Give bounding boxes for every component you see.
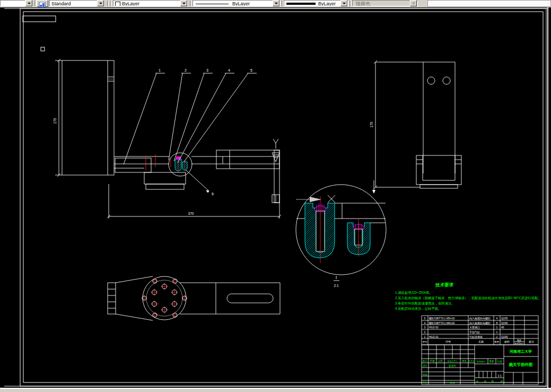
notes-line: 4.装配后转动灵活，运转平稳。 (395, 307, 441, 311)
bom-row-qty: 8 (496, 321, 498, 325)
roughness-symbol (273, 139, 278, 149)
tb-label-sign: 签名 (462, 360, 467, 362)
bom-row-qty: 1 (496, 326, 498, 329)
linetype-preview-icon (196, 4, 229, 4)
datum-triangle-symbol (272, 153, 279, 162)
lineweight-combo[interactable]: ByLayer (284, 0, 348, 6)
bom-header-code: 代号 (445, 340, 451, 343)
top-toolbar: Standard ByLayer ByLayer ByLayer 随颜色 (0, 0, 551, 7)
balloon-2: 2 (185, 68, 187, 72)
bom-header-qty: 数量 (495, 341, 499, 343)
notes-line: 3.各密封件装配前须浸透油，保持清洁。 (395, 301, 454, 306)
linetype-combo[interactable]: ByLayer (193, 0, 281, 6)
canvas-marker-box (41, 47, 45, 51)
toolbar-separator (190, 1, 192, 6)
plotstyle-combo-arrow-icon (410, 0, 417, 6)
lineweight-combo-value: ByLayer (318, 1, 336, 6)
balloon-leaders (124, 73, 257, 164)
toolbar-separator (110, 1, 112, 6)
style-combo[interactable]: Standard (49, 0, 104, 6)
tb-label-date: 年月日 (468, 360, 474, 362)
bom-row-no: 4 (424, 321, 426, 325)
tb-label-craft: 工艺 (423, 381, 428, 384)
front-view: 170 370 1 2 3 4 5 6 (53, 59, 281, 219)
color-combo-arrow-icon[interactable] (180, 0, 187, 6)
detail-scale: 2:1 (334, 284, 338, 288)
bom-row-name: 气缸连接座 (469, 335, 483, 338)
border-corner-box (23, 16, 56, 22)
color-combo[interactable]: ByLayer (113, 0, 188, 6)
tb-label-page: 张 (501, 380, 503, 384)
tb-label-approve: 批准 (450, 381, 456, 384)
tb-label-page-no: 第 (492, 380, 494, 383)
bom-row-code: 螺钉GB/T70.1 M6×20 (429, 321, 454, 325)
balloon-1: 1 (159, 68, 161, 72)
drawing-canvas[interactable]: 170 370 1 2 3 4 5 6 (0, 7, 551, 388)
bom-row-name: 大臂接口 (469, 326, 480, 329)
bom-header-weight: 重量 (517, 339, 521, 342)
lineweight-combo-arrow-icon[interactable] (340, 0, 347, 6)
tb-label-audit: 审核 (423, 373, 428, 376)
tb-label-zone: 分区 (438, 359, 443, 362)
bom-table: 序号 代号 名称 数量 材料 重量 单件 总计 备注 5 螺钉GB/T70.1 … (422, 316, 538, 345)
style-combo-value: Standard (51, 1, 71, 6)
side-view: 170 (370, 60, 461, 189)
bom-row-qty: 1 (496, 330, 498, 334)
paper-border (4, 7, 548, 388)
text-style-button[interactable] (37, 0, 48, 7)
linetype-combo-value: ByLayer (232, 1, 250, 6)
balloon-6: 6 (212, 192, 214, 196)
bom-row-code: 螺钉GB/T70.1 M5×16 (429, 317, 454, 320)
bom-header-unit: 单件 (514, 342, 519, 345)
bom-header-note: 备注 (529, 340, 534, 343)
balloon-3: 3 (206, 68, 208, 72)
balloon-4: 4 (228, 68, 230, 72)
bom-row-material: Q235 (501, 317, 508, 320)
toolbar-separator (349, 1, 352, 6)
bom-row-no: 2 (424, 330, 426, 334)
drawing-svg: 170 370 1 2 3 4 5 6 (0, 7, 551, 388)
detail-view: I 2:1 (296, 180, 386, 288)
plotstyle-combo: 随颜色 (352, 0, 418, 6)
section-arrow-icon (310, 197, 321, 202)
notes-line: 2.装入机体的轴承（圆锥滚子轴承、推力球轴承），装配前须在机油中加热至80~90… (395, 296, 541, 300)
notes-title: 技术要求 (435, 282, 454, 288)
bom-row-material: 45 (501, 326, 504, 329)
tb-label-weight: 重量 (489, 360, 495, 363)
bom-row-qty: 1 (496, 335, 498, 338)
detail-label: I (336, 275, 337, 280)
toolbar-empty-dock (427, 0, 551, 7)
tb-label-stage: 阶段标记 (477, 360, 485, 363)
tb-label-scale: 比例 (497, 360, 503, 363)
balloon-5: 5 (250, 68, 252, 72)
cad-application-window: { "toolbar": { "style_value": "Standard"… (0, 0, 551, 392)
bom-row-name: 内六角圆柱头螺钉 (469, 317, 491, 320)
tb-label-mark: 标记 (422, 359, 428, 363)
color-swatch-icon (115, 2, 120, 6)
toolbar-separator (107, 1, 109, 6)
linetype-combo-arrow-icon[interactable] (273, 0, 279, 6)
bom-header-material: 材料 (504, 340, 510, 344)
bom-row-material: Q235 (501, 335, 508, 338)
notes-line: 1.调质处理220~250HB。 (395, 291, 432, 295)
tb-drawing-title: 腕关节部件图 (509, 362, 533, 367)
bom-header-name: 名称 (478, 340, 484, 343)
style-combo-arrow-icon[interactable] (97, 0, 104, 6)
title-block: 标记 处数 分区 更改文件号 签名 年月日 设计 标准化 审核 工艺 批准 阶段… (422, 345, 538, 385)
layer-combo-arrow-icon[interactable] (25, 0, 32, 6)
tb-university: 河南理工大学 (509, 350, 532, 354)
tb-label-standard: 标准化 (448, 364, 456, 368)
layer-combo-field[interactable] (0, 0, 25, 6)
tb-label-file: 更改文件号 (448, 360, 458, 362)
bom-row-code: HGZ-02 (429, 326, 439, 329)
bom-header-no: 序号 (423, 341, 427, 343)
gripper-view (108, 276, 280, 320)
technical-notes: 技术要求 1.调质处理220~250HB。 2.装入机体的轴承（圆锥滚子轴承、推… (395, 282, 541, 311)
lineweight-preview-icon (286, 3, 316, 5)
dim-side-height: 170 (370, 121, 373, 127)
bom-row-code: HGZ-01 (429, 335, 439, 338)
tb-label-design: 设计 (423, 364, 428, 367)
dim-front-height: 170 (53, 118, 57, 124)
bom-row-name: 手指气缸 (469, 330, 480, 334)
tb-label-sheet: 张 (484, 380, 487, 384)
